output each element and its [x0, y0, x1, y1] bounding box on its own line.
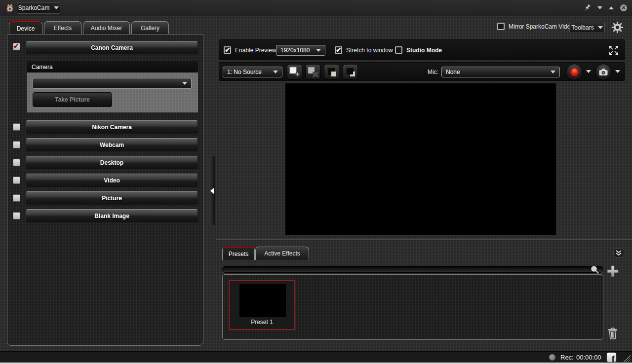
collapse-left-icon	[210, 188, 214, 194]
record-button[interactable]	[566, 64, 583, 80]
video-checkbox[interactable]: ✔	[13, 177, 20, 184]
canon-camera-label: Canon Camera	[91, 44, 133, 51]
presets-list: Preset 1	[222, 274, 603, 340]
studio-mode-label: Studio Mode	[406, 47, 442, 54]
bring-to-foreground-button[interactable]	[343, 64, 358, 80]
device-panel: ✔ Canon Camera Camera Take Picture ✔ Nik…	[7, 34, 203, 346]
video-preview	[285, 83, 556, 235]
add-source-button[interactable]	[287, 64, 302, 80]
webcam-button[interactable]: Webcam	[26, 138, 198, 151]
camera-select[interactable]	[33, 78, 192, 89]
resolution-select[interactable]: 1920x1080	[276, 45, 325, 56]
snapshot-camera-icon	[599, 69, 608, 76]
nikon-camera-button[interactable]: Nikon Camera	[26, 120, 198, 134]
add-source-icon	[288, 66, 301, 78]
mic-label: Mic:	[428, 69, 438, 75]
chevron-down-icon	[598, 26, 603, 29]
app-menu-label: SparkoCam	[18, 4, 49, 11]
snapshot-button[interactable]	[595, 64, 612, 80]
video-button[interactable]: Video	[26, 174, 198, 187]
minimize-icon[interactable]	[597, 6, 602, 9]
magnifier-icon	[590, 265, 600, 275]
enable-preview-checkbox[interactable]: ✔	[224, 46, 231, 54]
studio-mode-option[interactable]: ✔ Studio Mode	[395, 46, 442, 54]
chevron-down-icon	[182, 82, 187, 85]
enable-preview-option[interactable]: ✔ Enable Preview	[224, 46, 276, 54]
picture-checkbox[interactable]: ✔	[13, 194, 20, 202]
tab-presets[interactable]: Presets	[222, 247, 255, 260]
chevron-down-icon	[54, 6, 59, 9]
canon-camera-checkbox[interactable]: ✔	[13, 43, 20, 50]
desktop-button[interactable]: Desktop	[26, 156, 198, 169]
fullscreen-icon[interactable]	[608, 45, 619, 56]
tab-device-label: Device	[17, 25, 35, 32]
preset-thumbnail	[239, 284, 286, 317]
remove-source-button[interactable]	[305, 64, 320, 80]
add-preset-button[interactable]	[606, 265, 619, 278]
resize-grip[interactable]	[622, 354, 631, 362]
tab-effects-label: Effects	[54, 25, 72, 32]
tab-active-effects-label: Active Effects	[264, 250, 300, 257]
mirror-video-checkbox[interactable]: ✔	[497, 23, 505, 30]
title-bar: SparkoCam ✕	[0, 0, 632, 16]
picture-button[interactable]: Picture	[26, 191, 198, 205]
tab-gallery[interactable]: Gallery	[131, 21, 169, 34]
tab-presets-label: Presets	[229, 251, 249, 257]
app-window: SparkoCam ✕ Device Effects	[0, 0, 632, 364]
take-picture-label: Take Picture	[55, 96, 89, 103]
snapshot-options-dropdown[interactable]	[615, 70, 620, 73]
rec-time: 00:00:00	[576, 354, 601, 361]
pin-icon[interactable]	[584, 4, 591, 11]
send-to-background-button[interactable]	[324, 64, 339, 80]
resolution-value: 1920x1080	[280, 47, 310, 54]
blank-image-label: Blank Image	[94, 213, 129, 219]
trash-icon[interactable]	[607, 327, 619, 340]
tab-active-effects[interactable]: Active Effects	[255, 247, 309, 260]
stretch-to-window-checkbox[interactable]: ✔	[335, 46, 342, 54]
tab-gallery-label: Gallery	[141, 25, 159, 32]
video-label: Video	[104, 177, 119, 184]
source-toolbar: 1: No Source	[219, 62, 625, 81]
mirror-video-label: Mirror SparkoCam Video	[509, 23, 574, 30]
camera-group-label: Camera	[27, 61, 198, 73]
nikon-camera-checkbox[interactable]: ✔	[13, 123, 20, 131]
horizontal-splitter[interactable]	[216, 239, 632, 240]
mirror-video-option[interactable]: ✔ Mirror SparkoCam Video	[497, 23, 574, 30]
panel-splitter-handle[interactable]	[209, 156, 215, 225]
nikon-camera-label: Nikon Camera	[92, 124, 132, 131]
bring-to-foreground-icon	[344, 66, 357, 78]
gear-icon[interactable]	[611, 21, 624, 34]
collapse-presets-button[interactable]	[613, 248, 624, 257]
tab-effects[interactable]: Effects	[44, 21, 81, 34]
toolbars-button[interactable]: Toolbars	[569, 22, 605, 33]
desktop-checkbox[interactable]: ✔	[13, 159, 20, 166]
take-picture-button[interactable]: Take Picture	[33, 92, 112, 107]
source-select[interactable]: 1: No Source	[223, 67, 282, 77]
studio-mode-checkbox[interactable]: ✔	[395, 46, 402, 54]
stretch-to-window-label: Stretch to window	[346, 47, 393, 54]
record-icon	[570, 68, 579, 77]
stretch-to-window-option[interactable]: ✔ Stretch to window	[335, 46, 393, 54]
mic-select-value: None	[446, 69, 460, 75]
facebook-icon[interactable]: f	[606, 352, 617, 363]
chevron-down-icon	[273, 71, 278, 73]
thumbnail-zoom-slider[interactable]	[222, 266, 603, 273]
tab-device[interactable]: Device	[9, 21, 42, 35]
webcam-checkbox[interactable]: ✔	[13, 141, 20, 148]
blank-image-button[interactable]: Blank Image	[26, 209, 198, 222]
chevron-down-icon	[316, 49, 321, 52]
tab-audio-mixer[interactable]: Audio Mixer	[83, 21, 130, 34]
desktop-label: Desktop	[100, 159, 123, 166]
record-options-dropdown[interactable]	[586, 70, 591, 73]
enable-preview-label: Enable Preview	[235, 47, 276, 54]
tab-audio-mixer-label: Audio Mixer	[91, 25, 122, 32]
maximize-icon[interactable]	[609, 6, 614, 9]
close-icon[interactable]: ✕	[620, 4, 627, 11]
app-menu-button[interactable]: SparkoCam	[17, 2, 60, 14]
mic-select[interactable]: None	[441, 67, 560, 77]
blank-image-checkbox[interactable]: ✔	[13, 212, 20, 219]
webcam-label: Webcam	[100, 142, 124, 148]
preset-item[interactable]: Preset 1	[229, 280, 295, 330]
canon-camera-button[interactable]: Canon Camera	[26, 41, 198, 54]
preview-toolbar: ✔ Enable Preview 1920x1080 ✔ Stretch to …	[219, 39, 625, 60]
